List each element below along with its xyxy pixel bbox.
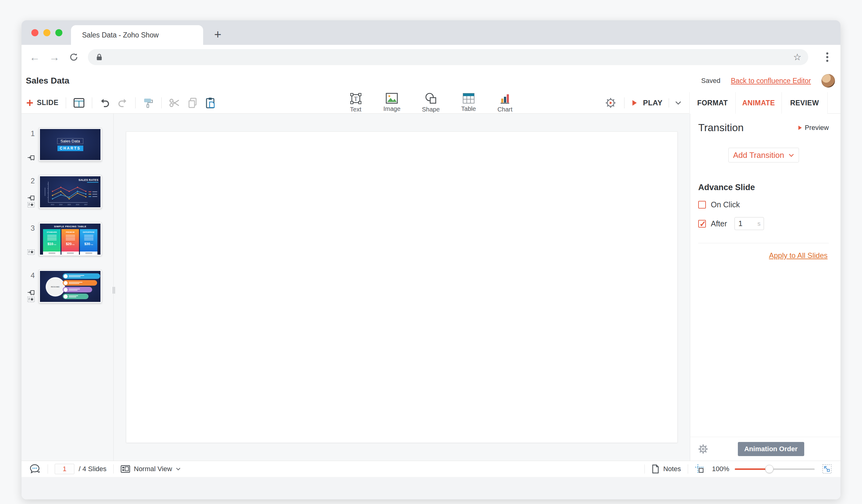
slide-thumbnail-row-2: 2 SALES RATES xyxy=(22,175,114,208)
slide-thumbnail-1[interactable]: Sales Data CHARTS xyxy=(39,128,101,161)
infographic-pill xyxy=(63,280,97,286)
snap-guides-icon[interactable] xyxy=(695,464,705,474)
tab-review[interactable]: REVIEW xyxy=(782,92,827,114)
user-avatar[interactable] xyxy=(821,74,835,88)
slide-thumbnail-2[interactable]: SALES RATES 20132014201520162017 xyxy=(39,175,101,208)
slides-total-label: / 4 Slides xyxy=(79,465,107,473)
window-controls xyxy=(22,20,71,45)
slide-canvas[interactable] xyxy=(126,131,678,443)
zoom-slider[interactable] xyxy=(735,468,815,470)
fit-to-screen-icon[interactable] xyxy=(822,464,832,474)
main-area: 1 Sales Data CHARTS xyxy=(22,114,840,461)
app-header: Sales Data Saved Back to confluence Edit… xyxy=(22,69,840,92)
current-slide-input[interactable]: 1 xyxy=(55,464,74,474)
slide-layout-icon[interactable] xyxy=(74,98,84,108)
zoom-slider-fill xyxy=(735,468,769,470)
view-mode-selector[interactable]: Normal View xyxy=(120,465,181,473)
forward-icon[interactable]: → xyxy=(49,52,60,62)
play-icon xyxy=(632,100,637,106)
back-to-confluence-link[interactable]: Back to confluence Editor xyxy=(731,77,811,85)
divider xyxy=(135,97,135,108)
thumb1-title: Sales Data xyxy=(57,138,83,144)
animation-settings-gear-icon[interactable] xyxy=(697,443,709,454)
shape-tool-icon xyxy=(425,92,437,105)
transition-indicator-icon[interactable] xyxy=(27,195,35,201)
animation-order-button[interactable]: Animation Order xyxy=(738,442,804,456)
cut-icon[interactable] xyxy=(169,98,180,108)
infographic-pill xyxy=(63,294,89,299)
add-transition-button[interactable]: Add Transition xyxy=(728,148,799,162)
after-seconds-input[interactable]: 1 s xyxy=(734,217,764,230)
address-input[interactable]: ☆ xyxy=(88,49,808,65)
browser-menu-kebab-icon[interactable] xyxy=(826,52,828,62)
document-title[interactable]: Sales Data xyxy=(26,76,69,86)
slide-thumbnail-row-1: 1 Sales Data CHARTS xyxy=(22,128,114,161)
copy-icon[interactable] xyxy=(187,97,198,108)
browser-addressbar: ← → ☆ xyxy=(22,45,840,69)
preview-play-icon xyxy=(798,125,802,130)
status-bar: 1 / 4 Slides Normal View Notes xyxy=(22,461,840,477)
format-painter-icon[interactable] xyxy=(143,97,154,108)
comments-icon[interactable] xyxy=(29,464,41,474)
infographic-pill xyxy=(63,287,92,292)
zoom-percent-label: 100% xyxy=(712,465,729,473)
svg-text:2016: 2016 xyxy=(76,204,79,205)
maximize-window-button[interactable] xyxy=(55,29,62,36)
slide-number: 2 xyxy=(31,176,35,185)
apply-to-all-slides-link[interactable]: Apply to All Slides xyxy=(769,251,827,260)
notes-toggle[interactable]: Notes xyxy=(663,465,681,473)
text-tool-icon: T xyxy=(349,92,362,105)
preview-button[interactable]: Preview xyxy=(798,124,829,132)
thumb4-center-label: RESUME xyxy=(51,286,60,288)
browser-tabstrip: Sales Data - Zoho Show + xyxy=(22,20,840,45)
redo-icon[interactable] xyxy=(117,98,128,108)
after-checkbox[interactable]: ✓ xyxy=(698,220,706,228)
svg-text:2017: 2017 xyxy=(84,204,88,205)
insert-text-button[interactable]: T Text xyxy=(349,92,362,113)
animation-indicator-icon[interactable] xyxy=(27,249,35,255)
svg-text:T: T xyxy=(354,95,358,102)
advance-slide-heading: Advance Slide xyxy=(698,183,829,192)
on-click-checkbox[interactable]: ✓ xyxy=(698,201,706,209)
zoom-slider-knob[interactable] xyxy=(765,465,773,473)
undo-icon[interactable] xyxy=(100,98,110,108)
paste-icon[interactable] xyxy=(205,97,216,109)
insert-image-button[interactable]: Image xyxy=(383,92,401,113)
play-button[interactable]: PLAY xyxy=(625,98,689,107)
pricing-plan-enterprise: ENTERPRISE $30/ mo xyxy=(80,229,97,255)
svg-text:2014: 2014 xyxy=(59,204,63,205)
browser-tab[interactable]: Sales Data - Zoho Show xyxy=(71,25,203,45)
animation-indicator-icon[interactable] xyxy=(27,202,35,208)
slide-number: 1 xyxy=(31,129,35,138)
add-slide-button[interactable]: SLIDE xyxy=(26,98,58,107)
thumb2-title: SALES RATES xyxy=(79,178,99,182)
insert-chart-button[interactable]: Chart xyxy=(498,92,513,113)
transition-indicator-icon[interactable] xyxy=(27,290,35,295)
on-click-label: On Click xyxy=(711,200,740,209)
insert-table-button[interactable]: Table xyxy=(461,92,476,113)
insert-shape-button[interactable]: Shape xyxy=(422,92,440,113)
reload-icon[interactable] xyxy=(69,52,79,62)
animation-indicator-icon[interactable] xyxy=(27,297,35,302)
slide-thumbnail-row-4: 4 RESUME xyxy=(22,270,114,303)
transition-indicator-icon[interactable] xyxy=(27,155,35,160)
after-label: After xyxy=(711,219,727,228)
divider xyxy=(66,97,66,108)
close-window-button[interactable] xyxy=(31,29,38,36)
back-icon[interactable]: ← xyxy=(29,52,40,62)
slide-thumbnail-4[interactable]: RESUME xyxy=(39,270,101,303)
tab-animate[interactable]: ANIMATE xyxy=(735,92,782,114)
new-tab-button[interactable]: + xyxy=(214,28,221,41)
panel-title: Transition xyxy=(698,122,744,134)
play-settings-gear-icon[interactable] xyxy=(604,97,617,109)
svg-text:2015: 2015 xyxy=(68,204,71,205)
normal-view-icon xyxy=(120,465,130,473)
play-options-chevron-down-icon[interactable] xyxy=(675,101,681,105)
insert-tools: T Text Image Shape xyxy=(349,92,512,113)
slide-thumbnail-3[interactable]: SIMPLE PRICING TABLE STANDARD $10/ mo PR… xyxy=(39,223,101,255)
bookmark-star-icon[interactable]: ☆ xyxy=(793,53,801,62)
table-tool-icon xyxy=(462,92,475,104)
tab-format[interactable]: FORMAT xyxy=(689,92,735,114)
image-tool-icon xyxy=(386,92,398,104)
minimize-window-button[interactable] xyxy=(43,29,50,36)
